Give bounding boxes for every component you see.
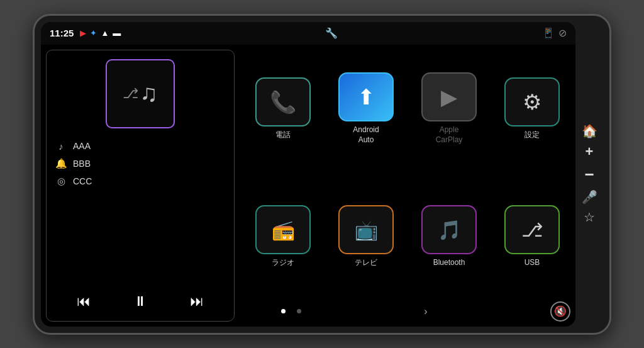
app-apple-carplay[interactable]: ▶ AppleCarPlay [411, 48, 487, 170]
pause-button[interactable]: ⏸ [128, 291, 152, 312]
bluetooth-status-icon: ✦ [90, 28, 97, 38]
radio-icon-box: 📻 [255, 205, 311, 254]
track-item-aaa[interactable]: ♪ AAA [55, 141, 225, 152]
phone-label: 電話 [275, 130, 291, 140]
usb-label: USB [525, 258, 540, 268]
mute-icon: 🔇 [554, 305, 567, 317]
carplay-icon-box: ▶ [421, 72, 477, 121]
android-auto-label: AndroidAuto [353, 125, 379, 145]
main-screen: 11:25 ▶ ✦ ▲ ▬ 🔧 📱 ⊘ ⎇ ♫ [41, 22, 575, 327]
bluetooth-label: Bluetooth [433, 258, 465, 268]
volume-up-button[interactable]: + [583, 141, 596, 162]
status-time: 11:25 [50, 28, 74, 38]
car-display: 11:25 ▶ ✦ ▲ ▬ 🔧 📱 ⊘ ⎇ ♫ [33, 14, 611, 335]
prev-button[interactable]: ⏮ [72, 291, 96, 312]
bluetooth-icon: 🎵 [438, 219, 461, 241]
settings-label: 設定 [525, 130, 540, 140]
circle-icon: ◎ [55, 176, 67, 187]
android-auto-icon: ⬆ [357, 84, 375, 109]
app-android-auto[interactable]: ⬆ AndroidAuto [328, 48, 404, 170]
wrench-icon[interactable]: 🔧 [325, 27, 338, 39]
favorite-button[interactable]: ☆ [581, 207, 597, 227]
usb-icon-box: ⎇ [504, 205, 560, 254]
settings-icon-box: ⚙ [504, 77, 560, 126]
next-button[interactable]: ⏭ [185, 291, 209, 312]
status-bar: 11:25 ▶ ✦ ▲ ▬ 🔧 📱 ⊘ [41, 22, 575, 45]
track-name-ccc: CCC [73, 176, 92, 186]
side-buttons: 🏠 + − 🎤 ☆ [575, 111, 603, 237]
bell-icon: 🔔 [55, 158, 67, 169]
bottom-bar: › 🔇 [245, 298, 570, 324]
track-item-bbb[interactable]: 🔔 BBB [55, 158, 225, 169]
radio-label: ラジオ [272, 258, 294, 268]
media-icon: ▶ [80, 28, 86, 38]
app-settings[interactable]: ⚙ 設定 [494, 48, 570, 170]
tv-icon: 📺 [355, 219, 378, 241]
settings-icon: ⚙ [523, 89, 541, 115]
phone-icon-box: 📞 [255, 77, 311, 126]
mic-button[interactable]: 🎤 [579, 187, 600, 207]
left-panel: ⎇ ♫ ♪ AAA 🔔 BBB ◎ CCC [46, 50, 235, 322]
mute-button[interactable]: 🔇 [550, 301, 570, 322]
android-auto-icon-box: ⬆ [338, 72, 394, 121]
signal-icon: ▲ [101, 28, 109, 38]
carplay-label: AppleCarPlay [436, 125, 463, 145]
page-dot-2[interactable] [297, 309, 301, 313]
right-panel: 📞 電話 ⬆ AndroidAuto ▶ [240, 45, 575, 327]
app-bluetooth[interactable]: 🎵 Bluetooth [411, 176, 487, 298]
carplay-icon: ▶ [441, 84, 457, 109]
music-note-icon: ♪ [55, 141, 67, 152]
usb-icon: ⎇ [521, 219, 543, 241]
track-name-bbb: BBB [73, 159, 91, 169]
home-button[interactable]: 🏠 [579, 121, 600, 141]
tv-label: テレビ [355, 258, 377, 268]
bluetooth-icon-box: 🎵 [421, 205, 477, 254]
phone-icon: 📞 [270, 89, 296, 115]
app-phone[interactable]: 📞 電話 [245, 48, 321, 170]
album-art: ⎇ ♫ [106, 59, 175, 128]
no-symbol-icon: ⊘ [558, 27, 567, 39]
track-item-ccc[interactable]: ◎ CCC [55, 176, 225, 187]
app-tv[interactable]: 📺 テレビ [328, 176, 404, 298]
app-radio[interactable]: 📻 ラジオ [245, 176, 321, 298]
album-art-icon: ⎇ ♫ [123, 80, 158, 107]
track-name-aaa: AAA [73, 141, 91, 151]
playback-controls: ⏮ ⏸ ⏭ [55, 284, 225, 312]
phone-top-icon: 📱 [542, 27, 555, 39]
battery-icon: ▬ [113, 28, 121, 38]
tv-icon-box: 📺 [338, 205, 394, 254]
page-dot-1[interactable] [281, 309, 286, 313]
app-grid: 📞 電話 ⬆ AndroidAuto ▶ [245, 48, 570, 298]
app-usb[interactable]: ⎇ USB [494, 176, 570, 298]
track-list: ♪ AAA 🔔 BBB ◎ CCC [55, 138, 225, 189]
main-content: ⎇ ♫ ♪ AAA 🔔 BBB ◎ CCC [41, 45, 575, 327]
radio-icon: 📻 [272, 219, 295, 241]
volume-down-button[interactable]: − [582, 162, 596, 187]
next-arrow[interactable]: › [424, 306, 427, 317]
